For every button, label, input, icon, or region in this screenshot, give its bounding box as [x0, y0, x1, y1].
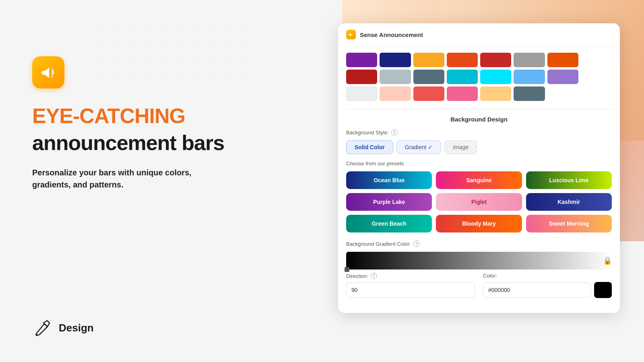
gradient-bar[interactable]: [346, 252, 612, 269]
subheadline: announcement bars: [32, 132, 242, 154]
direction-label: Direction:: [346, 273, 368, 279]
swatch-orange[interactable]: [547, 53, 578, 67]
direction-group: Direction: ?: [346, 273, 475, 298]
direction-input[interactable]: [346, 282, 475, 298]
preset-sweet-morning[interactable]: Sweet Morning: [526, 215, 612, 232]
swatch-lavender[interactable]: [547, 70, 578, 84]
swatch-purple[interactable]: [346, 53, 377, 67]
svg-point-0: [51, 76, 53, 78]
app-window: Sense Announcement: [338, 23, 620, 313]
swatch-blue[interactable]: [514, 70, 545, 84]
lock-icon[interactable]: 🔒: [603, 256, 612, 265]
swatch-lightorange[interactable]: [480, 86, 511, 101]
preset-kashmir[interactable]: Kashmir: [526, 193, 612, 211]
swatch-peach[interactable]: [380, 86, 411, 101]
swatch-red-dark[interactable]: [480, 53, 511, 67]
swatch-pink[interactable]: [447, 86, 478, 101]
direction-label-row: Direction: ?: [346, 273, 475, 279]
swatch-empty2: [581, 70, 612, 84]
style-label-row: Background Style: ?: [346, 129, 612, 136]
window-header: Sense Announcement: [338, 23, 620, 46]
swatch-orange-dark[interactable]: [447, 53, 478, 67]
presets-label: Choose from our presets: [346, 160, 612, 167]
style-buttons: Solid Color Gradient ✓ Image: [346, 140, 612, 154]
window-title: Sense Announcement: [360, 31, 423, 38]
swatch-lightgray[interactable]: [380, 70, 411, 84]
direction-help-icon[interactable]: ?: [371, 273, 377, 279]
swatch-navy[interactable]: [380, 53, 411, 67]
swatch-red[interactable]: [346, 70, 377, 84]
swatch-slate[interactable]: [514, 86, 545, 101]
window-body: Background Design Background Style: ? So…: [338, 46, 620, 313]
design-label: Design: [59, 322, 94, 334]
gradient-bar-container: 🔒: [346, 252, 612, 269]
solid-color-button[interactable]: Solid Color: [346, 140, 393, 154]
color-preview[interactable]: [594, 282, 612, 298]
swatch-yellow[interactable]: [413, 53, 444, 67]
swatch-empty3: [547, 86, 578, 101]
color-hex-input[interactable]: [483, 282, 591, 298]
swatch-empty4: [581, 86, 612, 101]
swatch-empty: [581, 53, 612, 67]
app-icon: [32, 56, 64, 88]
gradient-label: Background Gradient Color:: [346, 241, 411, 247]
swatch-offwhite[interactable]: [346, 86, 377, 101]
swatch-gray[interactable]: [514, 53, 545, 67]
gradient-label-row: Background Gradient Color: ?: [346, 241, 612, 247]
swatch-coral[interactable]: [413, 86, 444, 101]
style-help-icon[interactable]: ?: [391, 129, 398, 136]
divider-top: [346, 109, 612, 109]
swatch-cyan[interactable]: [447, 70, 478, 84]
headline: EYE-CATCHING: [32, 105, 242, 128]
preset-green-beach[interactable]: Green Beach: [346, 215, 432, 232]
bottom-section: Design: [32, 318, 242, 338]
swatch-darkgray[interactable]: [413, 70, 444, 84]
gradient-controls: Direction: ? Color:: [346, 273, 612, 298]
gradient-button[interactable]: Gradient ✓: [396, 140, 442, 154]
preset-purple-lake[interactable]: Purple Lake: [346, 193, 432, 211]
color-swatches: [346, 53, 612, 101]
preset-piglet[interactable]: Piglet: [436, 193, 522, 211]
preset-ocean-blue[interactable]: Ocean Blue: [346, 171, 432, 189]
preset-sanguine[interactable]: Sanguine: [436, 171, 522, 189]
section-title: Background Design: [346, 116, 612, 123]
color-group: Color:: [483, 273, 612, 298]
description: Personalize your bars with unique colors…: [32, 167, 233, 191]
swatch-brightcyan[interactable]: [480, 70, 511, 84]
color-label: Color:: [483, 273, 497, 279]
presets-grid: Ocean Blue Sanguine Luscious Lime Purple…: [346, 171, 612, 232]
style-label: Background Style:: [346, 130, 389, 136]
gradient-stop[interactable]: [345, 267, 349, 272]
color-label-row: Color:: [483, 273, 612, 279]
image-button[interactable]: Image: [444, 140, 477, 154]
preset-luscious-lime[interactable]: Luscious Lime: [526, 171, 612, 189]
preset-bloody-mary[interactable]: Bloody Mary: [436, 215, 522, 232]
window-icon: [346, 30, 356, 39]
color-control: [483, 282, 612, 298]
brush-icon: [32, 318, 52, 338]
gradient-section: Background Gradient Color: ? 🔒 Direction…: [346, 241, 612, 298]
left-panel: EYE-CATCHING announcement bars Personali…: [0, 0, 274, 362]
gradient-help-icon[interactable]: ?: [413, 241, 420, 247]
